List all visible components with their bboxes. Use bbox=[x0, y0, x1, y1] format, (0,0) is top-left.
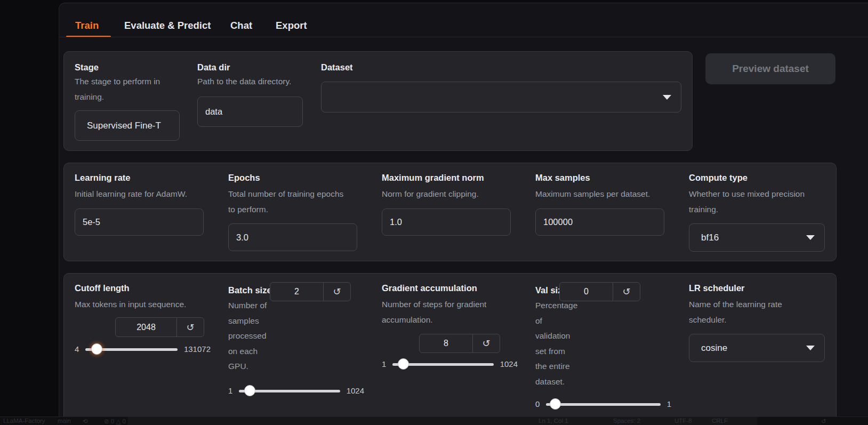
preview-dataset-button[interactable]: Preview dataset bbox=[705, 53, 835, 84]
reset-icon: ↺ bbox=[622, 286, 630, 298]
grad-accum-slider: 1 1024 bbox=[382, 358, 518, 370]
val-size-reset-button[interactable]: ↺ bbox=[613, 283, 640, 301]
max-grad-norm-label: Maximum gradient norm bbox=[382, 173, 484, 183]
lr-scheduler-label: LR scheduler bbox=[689, 283, 745, 293]
grad-accum-label: Gradient accumulation bbox=[382, 283, 477, 293]
batch-size-slider: 1 1024 bbox=[228, 385, 364, 397]
lr-scheduler-value: cosine bbox=[701, 343, 727, 354]
max-grad-norm-description: Norm for gradient clipping. bbox=[382, 187, 479, 202]
chevron-down-icon bbox=[663, 95, 671, 100]
grad-accum-slider-track[interactable] bbox=[392, 363, 493, 366]
stage-label: Stage bbox=[75, 62, 99, 73]
status-bar-band bbox=[128, 417, 757, 425]
grad-accum-numbox: 8 ↺ bbox=[419, 334, 500, 353]
tab-bar-divider bbox=[59, 37, 868, 37]
cutoff-length-description: Max tokens in input sequence. bbox=[75, 297, 186, 312]
slider-min-label: 1 bbox=[228, 385, 232, 397]
statusbar-fragment: ↺ bbox=[821, 418, 826, 425]
batch-size-reset-button[interactable]: ↺ bbox=[323, 283, 350, 301]
data-dir-input[interactable]: data bbox=[197, 97, 303, 127]
chevron-down-icon bbox=[806, 235, 815, 240]
compute-type-label: Compute type bbox=[689, 173, 748, 183]
grad-accum-reset-button[interactable]: ↺ bbox=[472, 334, 500, 352]
max-grad-norm-input[interactable]: 1.0 bbox=[382, 209, 511, 236]
reset-icon: ↺ bbox=[186, 322, 194, 333]
dataset-label: Dataset bbox=[321, 62, 353, 73]
lr-scheduler-dropdown[interactable]: cosine bbox=[689, 334, 825, 362]
learning-rate-description: Initial learning rate for AdamW. bbox=[75, 187, 187, 202]
batch-size-description: Number of samples processed on each GPU. bbox=[228, 298, 267, 374]
learning-rate-label: Learning rate bbox=[75, 173, 131, 183]
cutoff-length-slider: 4 131072 bbox=[75, 343, 211, 355]
preview-dataset-label: Preview dataset bbox=[732, 63, 809, 75]
compute-type-value: bf16 bbox=[701, 232, 719, 243]
stage-value: Supervised Fine-T bbox=[87, 121, 161, 131]
cutoff-length-numbox: 2048 ↺ bbox=[115, 317, 204, 337]
status-bar: LLaMA-Factory main ⟲ ⊘ 0 △ 0 Ln 1, Col 1… bbox=[0, 416, 868, 425]
val-size-slider: 0 1 bbox=[535, 398, 671, 410]
statusbar-fragment: CRLF bbox=[712, 418, 728, 424]
hyperparams-panel: Learning rate Initial learning rate for … bbox=[63, 163, 837, 261]
lr-scheduler-description: Name of the learning rate scheduler. bbox=[689, 297, 782, 327]
cutoff-length-label: Cutoff length bbox=[75, 283, 130, 293]
batch-size-slider-handle[interactable] bbox=[244, 385, 255, 396]
slider-min-label: 1 bbox=[382, 358, 386, 370]
max-samples-description: Maximum samples per dataset. bbox=[535, 187, 650, 202]
tab-export[interactable]: Export bbox=[276, 20, 307, 31]
statusbar-fragment: Spaces: 2 bbox=[613, 418, 640, 424]
cutoff-length-reset-button[interactable]: ↺ bbox=[176, 318, 204, 336]
max-samples-input[interactable]: 100000 bbox=[535, 209, 664, 236]
stage-dropdown[interactable]: Supervised Fine-T bbox=[75, 110, 180, 141]
grad-accum-number-input[interactable]: 8 bbox=[420, 334, 472, 352]
max-samples-label: Max samples bbox=[535, 173, 590, 183]
grad-accum-description: Number of steps for gradient accumulatio… bbox=[382, 297, 486, 327]
dataset-panel: Stage The stage to perform in training. … bbox=[63, 51, 693, 151]
statusbar-fragment: main bbox=[58, 418, 71, 424]
data-dir-value: data bbox=[205, 107, 222, 117]
batch-size-numbox: 2 ↺ bbox=[270, 282, 351, 301]
statusbar-fragment: ⊘ 0 △ 0 bbox=[104, 418, 126, 425]
max-samples-value: 100000 bbox=[543, 217, 573, 227]
dataset-dropdown[interactable] bbox=[321, 82, 681, 113]
compute-type-dropdown[interactable]: bf16 bbox=[689, 223, 825, 252]
data-dir-label: Data dir bbox=[197, 62, 230, 73]
batch-size-number-input[interactable]: 2 bbox=[270, 283, 323, 301]
slider-max-label: 131072 bbox=[184, 343, 211, 355]
reset-icon: ↺ bbox=[333, 286, 341, 298]
cutoff-length-number-input[interactable]: 2048 bbox=[116, 318, 176, 336]
cutoff-length-slider-handle[interactable] bbox=[91, 343, 102, 355]
slider-min-label: 4 bbox=[75, 343, 79, 355]
reset-icon: ↺ bbox=[482, 338, 490, 349]
batch-size-label: Batch size bbox=[228, 285, 272, 295]
val-size-slider-track[interactable] bbox=[546, 403, 660, 406]
grad-accum-slider-handle[interactable] bbox=[398, 358, 409, 370]
tab-evaluate-predict[interactable]: Evaluate & Predict bbox=[124, 20, 211, 31]
val-size-slider-handle[interactable] bbox=[550, 398, 561, 410]
cutoff-length-slider-track[interactable] bbox=[85, 348, 178, 351]
data-dir-description: Path to the data directory. bbox=[197, 74, 291, 90]
epochs-description: Total number of training epochs to perfo… bbox=[228, 187, 343, 217]
slider-max-label: 1024 bbox=[347, 385, 364, 397]
learning-rate-input[interactable]: 5e-5 bbox=[75, 209, 204, 236]
statusbar-fragment: LLaMA-Factory bbox=[3, 418, 45, 424]
slider-min-label: 0 bbox=[535, 398, 540, 410]
stage-description: The stage to perform in training. bbox=[75, 74, 160, 105]
statusbar-fragment: Ln 1, Col 1 bbox=[539, 418, 568, 424]
slider-max-label: 1 bbox=[667, 398, 671, 410]
sliders-panel: Cutoff length Max tokens in input sequen… bbox=[63, 273, 837, 417]
epochs-label: Epochs bbox=[228, 173, 260, 183]
statusbar-fragment: UTF-8 bbox=[674, 418, 692, 424]
batch-size-slider-track[interactable] bbox=[239, 390, 340, 392]
statusbar-fragment: ⟲ bbox=[83, 418, 88, 425]
epochs-input[interactable]: 3.0 bbox=[228, 223, 357, 251]
chevron-down-icon bbox=[806, 346, 815, 350]
compute-type-description: Whether to use mixed precision training. bbox=[689, 187, 805, 217]
slider-max-label: 1024 bbox=[500, 358, 518, 370]
val-size-description: Percentage of validation set from the en… bbox=[535, 298, 577, 389]
learning-rate-value: 5e-5 bbox=[83, 217, 100, 227]
tab-train[interactable]: Train bbox=[75, 20, 99, 31]
tab-chat[interactable]: Chat bbox=[230, 20, 252, 31]
max-grad-norm-value: 1.0 bbox=[390, 217, 402, 227]
epochs-value: 3.0 bbox=[236, 232, 248, 243]
